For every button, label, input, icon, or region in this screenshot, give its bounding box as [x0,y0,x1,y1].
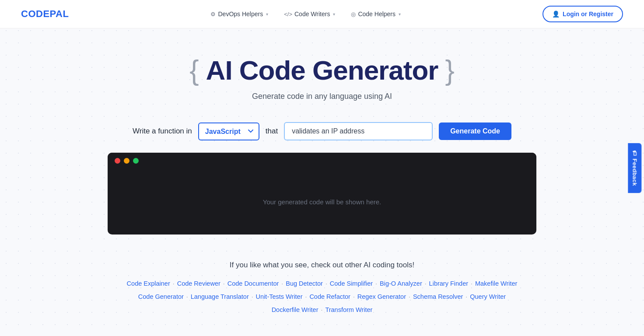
hero-title-wrapper: { AI Code Generator } [189,55,455,86]
generate-button[interactable]: Generate Code [439,122,511,140]
terminal-header [108,153,536,169]
nav-center: ⚙ DevOps Helpers ▾ </> Code Writers ▾ ◎ … [204,7,407,21]
tool-schema-resolver[interactable]: Schema Resolver [411,292,465,301]
nav-code-writers-label: Code Writers [294,10,330,18]
nav-code-helpers[interactable]: ◎ Code Helpers ▾ [345,7,407,21]
nav-devops[interactable]: ⚙ DevOps Helpers ▾ [204,7,274,21]
sep-3: · [280,279,284,288]
main-content: { AI Code Generator } Generate code in a… [0,28,644,318]
tools-row-1: Code Explainer · Code Reviewer · Code Do… [77,279,567,288]
sep-2: · [222,279,226,288]
hero-title: AI Code Generator [206,55,438,86]
logo-suffix: PAL [50,8,69,19]
brace-close: } [445,56,454,84]
tool-bug-detector[interactable]: Bug Detector [284,279,325,288]
logo[interactable]: CODEPAL [21,8,69,20]
sep-9: · [251,292,254,301]
tool-code-documentor[interactable]: Code Documentor [226,279,281,288]
form-prefix-label: Write a function in [133,127,192,136]
tools-section: If you like what you see, check out othe… [60,261,584,318]
code-helpers-icon: ◎ [351,11,356,18]
tool-code-refactor[interactable]: Code Refactor [308,292,352,301]
tool-bigo-analyzer[interactable]: Big-O Analyzer [378,279,424,288]
tool-code-reviewer[interactable]: Code Reviewer [175,279,222,288]
tool-library-finder[interactable]: Library Finder [427,279,470,288]
sep-6: · [424,279,427,288]
sep-13: · [465,292,468,301]
tool-transform-writer[interactable]: Transform Writer [323,305,374,314]
sep-11: · [352,292,356,301]
code-terminal: Your generated code will be shown here. [108,153,536,234]
terminal-placeholder: Your generated code will be shown here. [263,198,381,206]
tool-makefile-writer-1[interactable]: Makefile Writer [473,279,519,288]
function-input[interactable] [284,122,433,140]
login-button[interactable]: 👤 Login or Register [542,6,623,22]
tool-query-writer[interactable]: Query Writer [468,292,508,301]
tool-unit-tests-writer[interactable]: Unit-Tests Writer [254,292,304,301]
sep-7: · [470,279,473,288]
terminal-dot-yellow [124,158,130,164]
tool-regex-generator[interactable]: Regex Generator [356,292,408,301]
tool-dockerfile-writer[interactable]: Dockerfile Writer [270,305,320,314]
chevron-down-icon: ▾ [266,12,268,17]
user-icon: 👤 [552,10,560,18]
tools-heading: If you like what you see, check out othe… [77,261,567,270]
code-writers-icon: </> [284,11,292,18]
brace-open: { [189,56,199,84]
form-between-label: that [266,127,278,136]
form-row: Write a function in JavaScript Python Ja… [133,122,511,140]
tool-language-translator[interactable]: Language Translator [189,292,251,301]
nav-code-writers[interactable]: </> Code Writers ▾ [278,7,341,21]
feedback-icon: 🏷 [632,150,638,156]
tools-row-2: Code Generator · Language Translator · U… [77,292,567,301]
logo-prefix: CODE [21,8,50,19]
tool-code-explainer[interactable]: Code Explainer [125,279,172,288]
sep-10: · [304,292,308,301]
nav-code-helpers-label: Code Helpers [358,10,396,18]
login-label: Login or Register [563,10,613,18]
sep-4: · [325,279,328,288]
sep-12: · [408,292,411,301]
terminal-dot-red [115,158,120,164]
terminal-dot-green [133,158,139,164]
devops-icon: ⚙ [210,11,216,18]
tool-code-generator[interactable]: Code Generator [136,292,186,301]
sep-14: · [320,305,324,314]
sep-1: · [172,279,175,288]
terminal-body: Your generated code will be shown here. [108,169,536,234]
chevron-down-icon-3: ▾ [399,12,401,17]
feedback-label: Feedback [632,158,638,186]
feedback-tab[interactable]: 🏷 Feedback [628,143,642,193]
chevron-down-icon-2: ▾ [333,12,335,17]
tools-row-3: Dockerfile Writer · Transform Writer [77,305,567,314]
language-select[interactable]: JavaScript Python Java C++ TypeScript Go… [198,122,259,140]
sep-5: · [374,279,378,288]
tool-code-simplifier[interactable]: Code Simplifier [328,279,374,288]
nav-devops-label: DevOps Helpers [218,10,263,18]
sep-8: · [186,292,189,301]
navbar: CODEPAL ⚙ DevOps Helpers ▾ </> Code Writ… [0,0,644,28]
hero-subtitle: Generate code in any language using AI [252,92,392,101]
